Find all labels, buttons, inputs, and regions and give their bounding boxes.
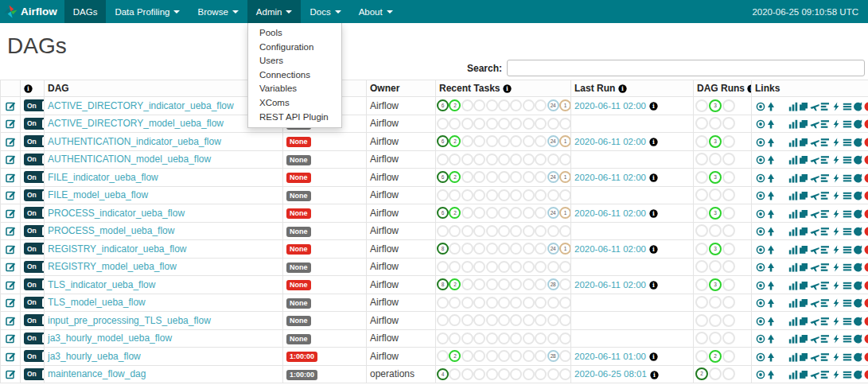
recent-task-circle-success[interactable] [437,350,449,362]
schedule-badge[interactable]: 1:00:00 [286,352,317,362]
recent-task-circle-failed[interactable] [461,171,473,183]
recent-task-circle-success[interactable]: 6 [437,207,449,219]
task-tries-icon[interactable] [799,370,808,379]
task-duration-icon[interactable] [788,370,798,379]
header-last-run[interactable]: Last Run i [571,80,694,97]
refresh-icon[interactable] [853,370,862,379]
dag-run-circle-running[interactable] [709,153,722,165]
recent-task-circle-shutdown[interactable] [523,278,535,290]
recent-task-circle-none[interactable]: 24 [547,243,559,255]
recent-task-circle-up_for_retry[interactable] [498,154,510,165]
recent-task-circle-running[interactable] [449,261,461,273]
gantt-icon[interactable] [820,173,830,183]
pause-toggle[interactable]: On [24,207,45,219]
recent-task-circle-failed[interactable] [461,297,473,309]
graph-view-icon[interactable] [777,173,787,183]
code-view-icon[interactable] [831,102,841,111]
dag-run-circle-running[interactable] [709,296,722,309]
edit-dag-icon[interactable] [6,244,16,255]
recent-task-circle-shutdown[interactable] [523,332,535,344]
recent-task-circle-upstream_failed[interactable] [473,350,485,362]
pause-toggle[interactable]: On [24,350,45,362]
gantt-icon[interactable] [820,334,830,344]
recent-task-circle-none[interactable] [547,225,559,237]
code-view-icon[interactable] [831,370,841,379]
task-tries-icon[interactable] [799,119,808,129]
recent-task-circle-failed[interactable] [461,118,473,130]
landing-times-icon[interactable] [810,173,819,183]
nav-item-dags[interactable]: DAGs [64,0,107,23]
recent-task-circle-none[interactable] [547,154,559,165]
dag-name-link[interactable]: maintenance_flow_dag [48,368,146,379]
refresh-icon[interactable] [853,281,862,290]
recent-task-circle-none[interactable] [547,261,559,273]
nav-item-about[interactable]: About [350,0,402,23]
dag-run-circle-failed[interactable] [722,278,735,291]
task-duration-icon[interactable] [788,227,798,236]
pause-toggle[interactable]: On [24,278,45,290]
code-view-icon[interactable] [831,209,841,219]
recent-task-circle-skipped[interactable] [486,297,498,309]
dag-name-link[interactable]: REGISTRY_indicator_ueba_flow [48,243,187,255]
recent-task-circle-failed[interactable] [461,243,473,255]
schedule-badge[interactable]: None [286,208,311,219]
recent-task-circle-none[interactable]: 24 [547,135,559,147]
task-tries-icon[interactable] [799,155,808,165]
recent-task-circle-shutdown[interactable] [523,314,535,326]
dag-run-circle-running[interactable]: 3 [709,278,722,291]
pause-toggle[interactable]: On [24,368,45,380]
pause-toggle[interactable]: On [24,154,45,165]
dag-run-circle-failed[interactable] [722,171,735,184]
logs-icon[interactable] [843,227,852,236]
landing-times-icon[interactable] [810,370,819,379]
admin-menu-item-xcoms[interactable]: XComs [248,96,341,111]
recent-task-circle-queued[interactable] [535,350,547,362]
recent-task-circle-scheduled[interactable] [559,368,571,380]
recent-task-circle-shutdown[interactable] [523,225,535,237]
recent-task-circle-skipped[interactable] [486,171,498,183]
dag-run-circle-running[interactable]: 3 [709,243,722,255]
delete-dag-icon[interactable] [864,317,868,326]
trigger-dag-icon[interactable] [756,298,765,308]
graph-view-icon[interactable] [777,209,787,219]
recent-task-circle-up_for_reschedule[interactable] [510,297,522,309]
recent-task-circle-shutdown[interactable] [523,368,535,380]
code-view-icon[interactable] [831,281,841,290]
recent-task-circle-up_for_reschedule[interactable] [510,243,522,255]
recent-task-circle-upstream_failed[interactable] [473,207,485,219]
recent-task-circle-scheduled[interactable]: 1 [559,99,571,111]
recent-task-circle-running[interactable] [449,225,461,237]
recent-task-circle-shutdown[interactable] [523,297,535,309]
landing-times-icon[interactable] [810,281,819,290]
dag-name-link[interactable]: ACTIVE_DIRECTORY_indicator_ueba_flow [48,100,234,111]
schedule-badge[interactable]: 1:00:00 [286,370,317,380]
logs-icon[interactable] [843,191,852,200]
dag-run-circle-success[interactable]: 2 [695,368,708,380]
recent-task-circle-none[interactable] [547,297,559,309]
recent-task-circle-running[interactable]: 2 [449,350,461,362]
refresh-icon[interactable] [853,119,862,129]
landing-times-icon[interactable] [810,317,819,326]
task-tries-icon[interactable] [799,102,808,111]
recent-task-circle-shutdown[interactable] [523,243,535,255]
recent-task-circle-up_for_retry[interactable] [498,207,510,219]
recent-task-circle-scheduled[interactable]: 1 [559,207,571,219]
trigger-dag-icon[interactable] [756,173,765,183]
recent-task-circle-skipped[interactable] [486,99,498,111]
code-view-icon[interactable] [831,191,841,200]
recent-task-circle-queued[interactable] [535,278,547,290]
nav-item-admin[interactable]: Admin [247,0,302,23]
tree-view-icon[interactable] [766,102,776,111]
task-duration-icon[interactable] [788,155,798,165]
refresh-icon[interactable] [853,334,862,344]
recent-task-circle-scheduled[interactable]: 1 [559,171,571,183]
recent-task-circle-queued[interactable] [535,189,547,201]
recent-task-circle-running[interactable]: 2 [449,99,461,111]
task-tries-icon[interactable] [799,298,808,308]
tree-view-icon[interactable] [766,173,776,183]
recent-task-circle-none[interactable] [547,118,559,130]
dag-run-circle-failed[interactable] [722,117,735,130]
graph-view-icon[interactable] [777,262,787,272]
recent-task-circle-failed[interactable] [461,350,473,362]
graph-view-icon[interactable] [777,298,787,308]
